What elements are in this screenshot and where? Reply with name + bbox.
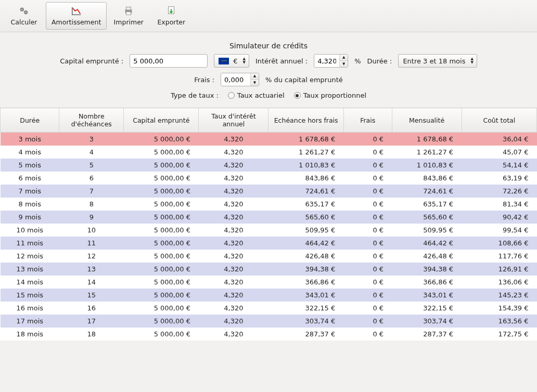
cell-duree: 18 mois	[1, 328, 59, 341]
table-row[interactable]: 7 mois75 000,00 €4,320724,61 €0 €724,61 …	[1, 185, 537, 198]
spin-buttons[interactable]: ▲▼	[250, 73, 259, 86]
cell-cout: 45,07 €	[462, 146, 536, 159]
cell-ech: 1 678,68 €	[268, 133, 343, 146]
interest-label: Intérêt annuel :	[255, 57, 308, 65]
cell-mens: 464,42 €	[392, 237, 462, 250]
page-title: Simulateur de crédits	[0, 32, 537, 54]
table-row[interactable]: 12 mois125 000,00 €4,320426,48 €0 €426,4…	[1, 250, 537, 263]
col-echeances[interactable]: Nombre d'échéances	[59, 108, 124, 133]
cell-mens: 322,15 €	[392, 302, 462, 315]
table-row[interactable]: 18 mois185 000,00 €4,320287,37 €0 €287,3…	[1, 328, 537, 341]
radio-actuarial-label: Taux actuariel	[237, 92, 285, 99]
cell-cap: 5 000,00 €	[124, 302, 199, 315]
cell-taux: 4,320	[199, 185, 268, 198]
cell-ech: 322,15 €	[268, 302, 343, 315]
cell-mens: 1 010,83 €	[392, 159, 462, 172]
cell-cout: 172,75 €	[462, 328, 536, 341]
table-row[interactable]: 16 mois165 000,00 €4,320322,15 €0 €322,1…	[1, 302, 537, 315]
table-row[interactable]: 9 mois95 000,00 €4,320565,60 €0 €565,60 …	[1, 211, 537, 224]
cell-cap: 5 000,00 €	[124, 133, 199, 146]
amortization-label: Amortissement	[52, 18, 101, 26]
radio-actuarial[interactable]: Taux actuariel	[228, 92, 285, 99]
cell-duree: 16 mois	[1, 302, 59, 315]
cell-n: 7	[59, 185, 124, 198]
cell-mens: 343,01 €	[392, 289, 462, 302]
cell-ech: 394,38 €	[268, 263, 343, 276]
cell-cap: 5 000,00 €	[124, 224, 199, 237]
cell-frais: 0 €	[343, 224, 392, 237]
cell-ech: 635,17 €	[268, 198, 343, 211]
table-row[interactable]: 15 mois155 000,00 €4,320343,01 €0 €343,0…	[1, 289, 537, 302]
cell-cap: 5 000,00 €	[124, 315, 199, 328]
table-row[interactable]: 3 mois35 000,00 €4,3201 678,68 €0 €1 678…	[1, 133, 537, 146]
cell-ech: 303,74 €	[268, 315, 343, 328]
duration-combo[interactable]: Entre 3 et 18 mois ▲▼	[398, 54, 477, 68]
export-label: Exporter	[157, 18, 185, 26]
interest-input[interactable]	[314, 55, 339, 67]
calculate-button[interactable]: Calculer	[3, 2, 45, 30]
cell-cap: 5 000,00 €	[124, 237, 199, 250]
cell-cap: 5 000,00 €	[124, 289, 199, 302]
table-row[interactable]: 14 mois145 000,00 €4,320366,86 €0 €366,8…	[1, 276, 537, 289]
table-row[interactable]: 17 mois175 000,00 €4,320303,74 €0 €303,7…	[1, 315, 537, 328]
interest-spin[interactable]: ▲▼	[314, 54, 348, 68]
cell-cout: 36,04 €	[462, 133, 536, 146]
print-button[interactable]: Imprimer	[108, 2, 149, 30]
cell-ech: 1 010,83 €	[268, 159, 343, 172]
spin-buttons[interactable]: ▲▼	[339, 55, 348, 67]
amortization-button[interactable]: Amortissement	[46, 2, 107, 30]
export-button[interactable]: Exporter	[150, 2, 192, 30]
table-row[interactable]: 8 mois85 000,00 €4,320635,17 €0 €635,17 …	[1, 198, 537, 211]
cell-frais: 0 €	[343, 263, 392, 276]
cell-n: 6	[59, 172, 124, 185]
cell-mens: 366,86 €	[392, 276, 462, 289]
cell-duree: 13 mois	[1, 263, 59, 276]
cell-frais: 0 €	[343, 276, 392, 289]
cell-taux: 4,320	[199, 289, 268, 302]
fees-spin[interactable]: ▲▼	[221, 73, 259, 86]
table-row[interactable]: 4 mois45 000,00 €4,3201 261,27 €0 €1 261…	[1, 146, 537, 159]
cell-taux: 4,320	[199, 276, 268, 289]
col-capital[interactable]: Capital emprunté	[124, 108, 199, 133]
col-taux[interactable]: Taux d'intérêt annuel	[199, 108, 268, 133]
duration-label: Durée :	[367, 57, 392, 65]
results-table: Durée Nombre d'échéances Capital emprunt…	[0, 108, 537, 341]
table-row[interactable]: 11 mois115 000,00 €4,320464,42 €0 €464,4…	[1, 237, 537, 250]
table-row[interactable]: 5 mois55 000,00 €4,3201 010,83 €0 €1 010…	[1, 159, 537, 172]
col-cout[interactable]: Coût total	[462, 108, 536, 133]
svg-rect-6	[126, 12, 131, 15]
cell-cout: 154,39 €	[462, 302, 536, 315]
col-frais[interactable]: Frais	[343, 108, 392, 133]
cell-n: 14	[59, 276, 124, 289]
cell-cap: 5 000,00 €	[124, 211, 199, 224]
cell-mens: 509,95 €	[392, 224, 462, 237]
table-row[interactable]: 6 mois65 000,00 €4,320843,86 €0 €843,86 …	[1, 172, 537, 185]
svg-point-2	[21, 9, 23, 10]
cell-cout: 90,42 €	[462, 211, 536, 224]
table-row[interactable]: 13 mois135 000,00 €4,320394,38 €0 €394,3…	[1, 263, 537, 276]
cell-cout: 81,34 €	[462, 198, 536, 211]
col-echeance-hf[interactable]: Echéance hors frais	[268, 108, 343, 133]
cell-ech: 366,86 €	[268, 276, 343, 289]
cell-taux: 4,320	[199, 211, 268, 224]
table-row[interactable]: 10 mois105 000,00 €4,320509,95 €0 €509,9…	[1, 224, 537, 237]
cell-mens: 724,61 €	[392, 185, 462, 198]
cell-cap: 5 000,00 €	[124, 328, 199, 341]
cell-cout: 72,26 €	[462, 185, 536, 198]
cell-frais: 0 €	[343, 185, 392, 198]
cell-n: 9	[59, 211, 124, 224]
currency-combo[interactable]: ⋆⋆⋆ € ▲▼	[214, 54, 249, 68]
radio-proportional[interactable]: Taux proportionnel	[294, 92, 366, 99]
fees-input[interactable]	[221, 73, 250, 86]
cell-duree: 14 mois	[1, 276, 59, 289]
col-mensualite[interactable]: Mensualité	[392, 108, 462, 133]
updown-icon: ▲▼	[469, 57, 474, 64]
cell-n: 15	[59, 289, 124, 302]
form-row-1: Capital emprunté : ⋆⋆⋆ € ▲▼ Intérêt annu…	[60, 54, 477, 68]
cell-ech: 724,61 €	[268, 185, 343, 198]
cell-mens: 394,38 €	[392, 263, 462, 276]
cell-ech: 343,01 €	[268, 289, 343, 302]
capital-input[interactable]	[130, 54, 208, 68]
col-duree[interactable]: Durée	[1, 108, 59, 133]
cell-duree: 15 mois	[1, 289, 59, 302]
